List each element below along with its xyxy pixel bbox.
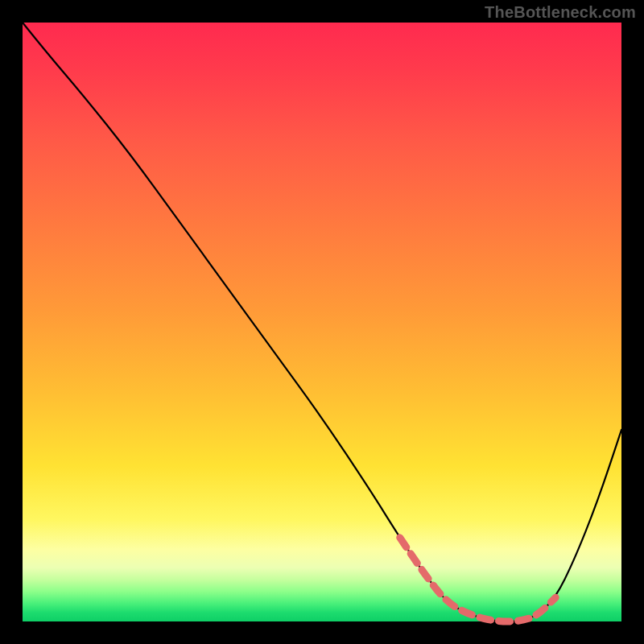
optimal-range-highlight xyxy=(400,538,556,621)
bottleneck-curve xyxy=(23,23,621,621)
plot-area xyxy=(23,23,621,621)
chart-svg xyxy=(23,23,621,621)
watermark-label: TheBottleneck.com xyxy=(485,3,636,22)
chart-frame: TheBottleneck.com xyxy=(0,0,644,644)
